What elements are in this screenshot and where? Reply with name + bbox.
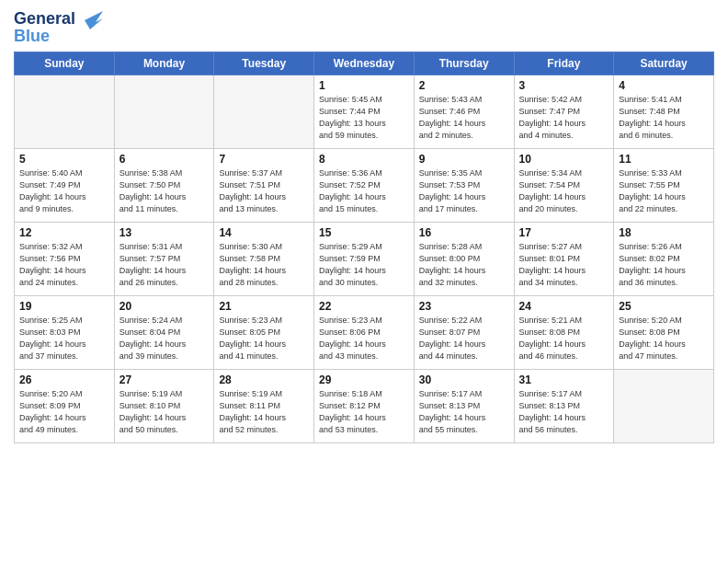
calendar-cell: 20Sunrise: 5:24 AMSunset: 8:04 PMDayligh… [114, 295, 214, 369]
calendar-cell: 2Sunrise: 5:43 AMSunset: 7:46 PMDaylight… [414, 75, 514, 148]
calendar-cell: 21Sunrise: 5:23 AMSunset: 8:05 PMDayligh… [214, 295, 314, 369]
day-number: 16 [419, 226, 509, 239]
calendar-cell: 24Sunrise: 5:21 AMSunset: 8:08 PMDayligh… [514, 295, 614, 369]
day-header-monday: Monday [114, 52, 214, 75]
calendar-cell: 29Sunrise: 5:18 AMSunset: 8:12 PMDayligh… [314, 369, 415, 442]
calendar-cell [114, 75, 214, 148]
day-header-saturday: Saturday [614, 52, 714, 75]
calendar-cell: 1Sunrise: 5:45 AMSunset: 7:44 PMDaylight… [314, 75, 415, 148]
calendar-cell: 16Sunrise: 5:28 AMSunset: 8:00 PMDayligh… [414, 222, 514, 295]
day-number: 7 [219, 153, 309, 166]
week-row-3: 12Sunrise: 5:32 AMSunset: 7:56 PMDayligh… [15, 222, 714, 295]
calendar-cell: 10Sunrise: 5:34 AMSunset: 7:54 PMDayligh… [514, 148, 614, 222]
day-info: Sunrise: 5:27 AMSunset: 8:01 PMDaylight:… [519, 241, 609, 289]
day-header-wednesday: Wednesday [314, 52, 415, 75]
day-number: 23 [419, 300, 509, 313]
calendar-cell: 6Sunrise: 5:38 AMSunset: 7:50 PMDaylight… [114, 148, 214, 222]
day-header-thursday: Thursday [414, 52, 514, 75]
day-info: Sunrise: 5:38 AMSunset: 7:50 PMDaylight:… [119, 167, 210, 215]
calendar-cell: 23Sunrise: 5:22 AMSunset: 8:07 PMDayligh… [414, 295, 514, 369]
logo-text-general: General [14, 10, 75, 29]
day-number: 5 [19, 153, 109, 166]
day-number: 20 [119, 300, 210, 313]
day-info: Sunrise: 5:26 AMSunset: 8:02 PMDaylight:… [619, 241, 709, 289]
day-number: 22 [319, 300, 409, 313]
day-number: 30 [419, 373, 509, 386]
day-info: Sunrise: 5:34 AMSunset: 7:54 PMDaylight:… [519, 167, 609, 215]
day-number: 11 [619, 153, 709, 166]
day-info: Sunrise: 5:37 AMSunset: 7:51 PMDaylight:… [219, 167, 309, 215]
day-info: Sunrise: 5:33 AMSunset: 7:55 PMDaylight:… [619, 167, 709, 215]
day-number: 10 [519, 153, 609, 166]
logo-text-blue: Blue [14, 28, 50, 46]
day-number: 27 [119, 373, 210, 386]
day-info: Sunrise: 5:41 AMSunset: 7:48 PMDaylight:… [619, 94, 709, 142]
day-number: 31 [519, 373, 609, 386]
day-header-sunday: Sunday [15, 52, 115, 75]
week-row-5: 26Sunrise: 5:20 AMSunset: 8:09 PMDayligh… [15, 369, 714, 442]
day-info: Sunrise: 5:29 AMSunset: 7:59 PMDaylight:… [319, 241, 409, 289]
day-number: 6 [119, 153, 210, 166]
day-info: Sunrise: 5:22 AMSunset: 8:07 PMDaylight:… [419, 315, 509, 362]
day-info: Sunrise: 5:36 AMSunset: 7:52 PMDaylight:… [319, 167, 409, 215]
calendar-header-row: SundayMondayTuesdayWednesdayThursdayFrid… [15, 52, 714, 75]
day-number: 29 [319, 373, 409, 386]
day-number: 1 [319, 79, 409, 92]
logo-bird-icon [77, 9, 103, 29]
calendar-cell: 11Sunrise: 5:33 AMSunset: 7:55 PMDayligh… [614, 148, 714, 222]
calendar-cell: 31Sunrise: 5:17 AMSunset: 8:13 PMDayligh… [514, 369, 614, 442]
day-info: Sunrise: 5:40 AMSunset: 7:49 PMDaylight:… [19, 167, 109, 215]
page-header: General Blue [14, 9, 714, 46]
calendar-cell: 3Sunrise: 5:42 AMSunset: 7:47 PMDaylight… [514, 75, 614, 148]
calendar-cell: 27Sunrise: 5:19 AMSunset: 8:10 PMDayligh… [114, 369, 214, 442]
day-number: 14 [219, 226, 309, 239]
day-info: Sunrise: 5:43 AMSunset: 7:46 PMDaylight:… [419, 94, 509, 142]
calendar-cell: 13Sunrise: 5:31 AMSunset: 7:57 PMDayligh… [114, 222, 214, 295]
day-number: 9 [419, 153, 509, 166]
calendar-cell: 26Sunrise: 5:20 AMSunset: 8:09 PMDayligh… [15, 369, 115, 442]
calendar-cell: 15Sunrise: 5:29 AMSunset: 7:59 PMDayligh… [314, 222, 415, 295]
day-number: 28 [219, 373, 309, 386]
day-info: Sunrise: 5:20 AMSunset: 8:08 PMDaylight:… [619, 315, 709, 362]
calendar-cell: 25Sunrise: 5:20 AMSunset: 8:08 PMDayligh… [614, 295, 714, 369]
week-row-4: 19Sunrise: 5:25 AMSunset: 8:03 PMDayligh… [15, 295, 714, 369]
day-info: Sunrise: 5:31 AMSunset: 7:57 PMDaylight:… [119, 241, 210, 289]
day-number: 13 [119, 226, 210, 239]
calendar-cell: 9Sunrise: 5:35 AMSunset: 7:53 PMDaylight… [414, 148, 514, 222]
day-number: 3 [519, 79, 609, 92]
logo: General Blue [14, 9, 103, 46]
day-number: 25 [619, 300, 709, 313]
day-info: Sunrise: 5:32 AMSunset: 7:56 PMDaylight:… [19, 241, 109, 289]
calendar-cell: 22Sunrise: 5:23 AMSunset: 8:06 PMDayligh… [314, 295, 415, 369]
calendar: SundayMondayTuesdayWednesdayThursdayFrid… [14, 52, 714, 443]
day-info: Sunrise: 5:17 AMSunset: 8:13 PMDaylight:… [519, 388, 609, 436]
day-info: Sunrise: 5:23 AMSunset: 8:06 PMDaylight:… [319, 315, 409, 362]
day-info: Sunrise: 5:17 AMSunset: 8:13 PMDaylight:… [419, 388, 509, 436]
week-row-1: 1Sunrise: 5:45 AMSunset: 7:44 PMDaylight… [15, 75, 714, 148]
calendar-cell: 8Sunrise: 5:36 AMSunset: 7:52 PMDaylight… [314, 148, 415, 222]
day-number: 26 [19, 373, 109, 386]
calendar-cell [214, 75, 314, 148]
day-info: Sunrise: 5:24 AMSunset: 8:04 PMDaylight:… [119, 315, 210, 362]
day-info: Sunrise: 5:18 AMSunset: 8:12 PMDaylight:… [319, 388, 409, 436]
calendar-cell: 4Sunrise: 5:41 AMSunset: 7:48 PMDaylight… [614, 75, 714, 148]
day-number: 17 [519, 226, 609, 239]
day-info: Sunrise: 5:28 AMSunset: 8:00 PMDaylight:… [419, 241, 509, 289]
day-number: 8 [319, 153, 409, 166]
calendar-cell: 7Sunrise: 5:37 AMSunset: 7:51 PMDaylight… [214, 148, 314, 222]
calendar-cell: 5Sunrise: 5:40 AMSunset: 7:49 PMDaylight… [15, 148, 115, 222]
day-header-tuesday: Tuesday [214, 52, 314, 75]
day-number: 21 [219, 300, 309, 313]
calendar-cell: 12Sunrise: 5:32 AMSunset: 7:56 PMDayligh… [15, 222, 115, 295]
day-info: Sunrise: 5:42 AMSunset: 7:47 PMDaylight:… [519, 94, 609, 142]
calendar-cell [614, 369, 714, 442]
week-row-2: 5Sunrise: 5:40 AMSunset: 7:49 PMDaylight… [15, 148, 714, 222]
calendar-cell [15, 75, 115, 148]
day-header-friday: Friday [514, 52, 614, 75]
calendar-cell: 14Sunrise: 5:30 AMSunset: 7:58 PMDayligh… [214, 222, 314, 295]
day-info: Sunrise: 5:19 AMSunset: 8:11 PMDaylight:… [219, 388, 309, 436]
day-info: Sunrise: 5:23 AMSunset: 8:05 PMDaylight:… [219, 315, 309, 362]
svg-marker-0 [85, 11, 103, 29]
day-info: Sunrise: 5:35 AMSunset: 7:53 PMDaylight:… [419, 167, 509, 215]
calendar-cell: 18Sunrise: 5:26 AMSunset: 8:02 PMDayligh… [614, 222, 714, 295]
